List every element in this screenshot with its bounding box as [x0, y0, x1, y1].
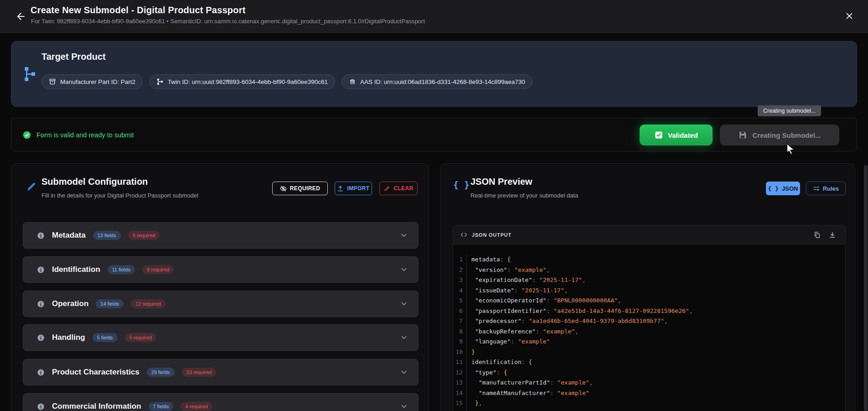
line-number: 8 [453, 327, 467, 337]
target-product-card: Target Product Manufacturer Part ID: Par… [11, 41, 857, 107]
rules-checklist-icon [813, 185, 820, 192]
copy-icon [813, 231, 821, 239]
close-icon [844, 11, 854, 21]
clear-button[interactable]: CLEAR [379, 182, 418, 195]
fields-count-badge: 14 fields [96, 299, 124, 308]
line-number: 10 [453, 347, 467, 358]
line-number: 13 [453, 378, 467, 388]
preview-panel-title: JSON Preview [470, 177, 532, 187]
copy-button[interactable] [811, 229, 822, 240]
mouse-cursor [784, 142, 797, 155]
section-row-handling[interactable]: Handling5 fields5 required [23, 324, 418, 351]
dialog-header: Create New Submodel - Digital Product Pa… [0, 0, 868, 33]
line-number: 12 [453, 368, 467, 378]
validation-bar: Form is valid and ready to submit Valida… [11, 118, 857, 151]
section-row-commercial-information[interactable]: Commercial Information7 fields4 required [23, 393, 418, 411]
target-product-title: Target Product [41, 52, 106, 62]
json-preview-panel: { } JSON Preview Real-time preview of yo… [440, 163, 855, 411]
fingerprint-icon [349, 78, 356, 85]
line-number: 4 [453, 286, 467, 296]
chevron-down-icon [400, 333, 408, 342]
line-number: 2 [453, 265, 467, 276]
target-chip-1[interactable]: Twin ID: urn:uuid:982ff893-6034-4ebb-bf9… [149, 74, 335, 89]
info-icon[interactable] [37, 266, 45, 274]
section-row-operation[interactable]: Operation14 fields12 required [23, 291, 418, 317]
code-line: 8"backupReference": "example", [453, 327, 845, 337]
chevron-down-icon [400, 231, 408, 239]
rules-tab-label: Rules [823, 185, 839, 192]
section-row-product-characteristics[interactable]: Product Characteristics29 fields23 requi… [23, 359, 418, 385]
code-icon [460, 231, 467, 238]
chevron-down-icon [400, 265, 408, 274]
code-line: 2"version": "example", [453, 265, 845, 276]
validated-button[interactable]: Validated [640, 125, 713, 146]
page-scrollbar[interactable] [864, 165, 868, 411]
creating-tooltip: Creating submodel... [758, 105, 821, 116]
chip-label: Manufacturer Part ID: Part2 [60, 78, 135, 85]
fields-count-badge: 7 fields [149, 402, 174, 411]
info-icon[interactable] [37, 300, 45, 308]
back-button[interactable] [12, 7, 30, 26]
json-output-header: JSON OUTPUT [453, 225, 845, 245]
json-output-block: JSON OUTPUT 1metadata: {2"version": "exa… [453, 225, 846, 411]
code-line: 16"codes": [ [453, 409, 845, 411]
required-count-badge: 5 required [125, 333, 157, 342]
section-title: Operation [52, 299, 88, 308]
line-number: 3 [453, 275, 467, 286]
hierarchy-icon [22, 66, 37, 83]
import-label: IMPORT [347, 185, 369, 192]
clear-label: CLEAR [393, 185, 413, 192]
eye-off-icon [280, 185, 287, 192]
code-line: 1metadata: { [453, 255, 845, 265]
target-chip-0[interactable]: Manufacturer Part ID: Part2 [41, 74, 143, 89]
chip-label: Twin ID: urn:uuid:982ff893-6034-4ebb-bf9… [168, 78, 328, 85]
section-row-identification[interactable]: Identification11 fields9 required [23, 256, 418, 283]
required-label: REQUIRED [290, 185, 320, 192]
line-number: 1 [453, 255, 467, 265]
section-title: Handling [52, 333, 85, 342]
code-line: 12"type": { [453, 368, 845, 378]
import-button[interactable]: IMPORT [335, 182, 372, 195]
creating-submodel-button[interactable]: Creating Submodel... [720, 125, 839, 146]
code-line: 4"issueDate": "2025-11-17", [453, 286, 845, 296]
brush-icon [383, 185, 390, 192]
section-row-metadata[interactable]: Metadata13 fields9 required [23, 222, 418, 249]
rules-tab-button[interactable]: Rules [806, 182, 846, 195]
required-toggle-button[interactable]: REQUIRED [272, 182, 328, 195]
fields-count-badge: 29 fields [147, 368, 175, 377]
close-button[interactable] [841, 7, 858, 25]
code-line: 3"expirationDate": "2025-11-17", [453, 275, 845, 286]
info-icon[interactable] [37, 403, 45, 411]
json-code[interactable]: 1metadata: {2"version": "example",3"expi… [453, 245, 845, 411]
page-subtitle: For Twin: 982ff893-6034-4ebb-bf90-9a60ee… [31, 18, 425, 25]
info-icon[interactable] [37, 369, 45, 376]
upload-icon [337, 185, 344, 192]
code-line: 11identification: { [453, 357, 845, 368]
create-submodel-dialog: Create New Submodel - Digital Product Pa… [0, 0, 868, 411]
info-icon[interactable] [37, 232, 45, 239]
validated-label: Validated [668, 131, 698, 139]
required-count-badge: 9 required [128, 231, 160, 240]
preview-panel-subtitle: Real-time preview of your submodel data [470, 192, 578, 199]
code-line: 5"economicOperatorId": "BPNL0000000000AA… [453, 296, 845, 306]
page-title: Create New Submodel - Digital Product Pa… [31, 5, 246, 16]
arrow-left-icon [16, 11, 26, 22]
braces-icon: { } [768, 185, 779, 192]
package-icon [49, 78, 56, 85]
validation-message: Form is valid and ready to submit [36, 131, 134, 139]
target-chip-2[interactable]: AAS ID: urn:uuid:06ad1836-d331-4268-8e93… [341, 74, 532, 89]
chevron-down-icon [400, 402, 408, 411]
line-number: 16 [453, 409, 467, 411]
code-line: 10} [453, 347, 845, 358]
twin-hierarchy-icon [156, 78, 164, 85]
save-icon [738, 130, 747, 140]
check-circle-icon [22, 130, 31, 140]
json-tab-button[interactable]: { } JSON [766, 182, 800, 195]
download-button[interactable] [827, 229, 838, 240]
pencil-icon [26, 181, 37, 192]
line-number: 7 [453, 316, 467, 327]
code-line: 14"nameAtManufacturer": "example" [453, 388, 845, 399]
submodel-configuration-panel: Submodel Configuration Fill in the detai… [11, 163, 429, 411]
braces-icon: { } [453, 179, 470, 190]
info-icon[interactable] [37, 334, 45, 342]
